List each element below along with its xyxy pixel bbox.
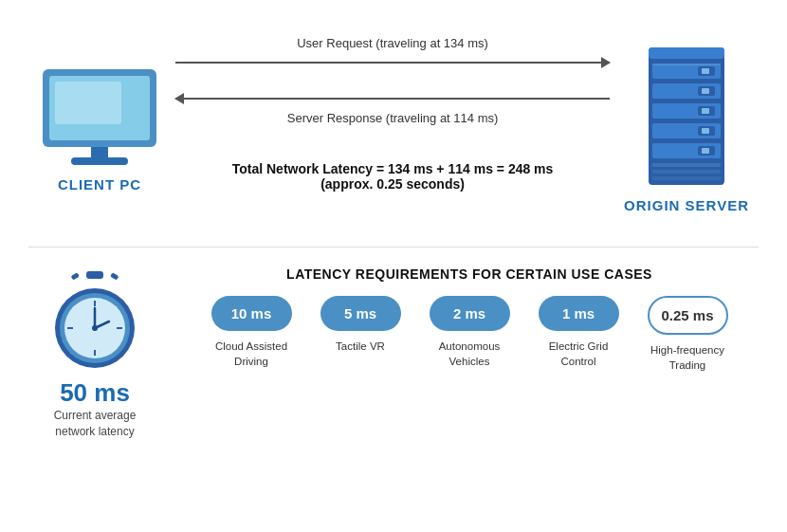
svg-point-38 [92,325,98,331]
svg-rect-16 [702,108,709,114]
use-case-badge: 2 ms [430,296,510,331]
use-case-badge: 0.25 ms [648,296,728,335]
request-arrow [175,62,610,64]
use-case-item: 1 msElectric Grid Control [531,296,626,369]
top-section: CLIENT PC User Request (traveling at 134… [0,0,787,247]
svg-rect-3 [91,147,108,158]
use-case-badge: 1 ms [539,296,619,331]
use-case-item: 2 msAutonomous Vehicles [422,296,517,369]
server-label: ORIGIN SERVER [624,197,749,213]
svg-rect-4 [71,157,128,165]
use-case-badge: 10 ms [211,296,292,331]
svg-rect-6 [649,47,724,59]
client-monitor-icon [38,64,161,169]
client-label: CLIENT PC [58,176,141,193]
use-case-name: Tactile VR [336,339,385,354]
svg-rect-28 [110,272,119,280]
server-icon [639,43,734,190]
stopwatch-ms: 50 ms [60,378,130,408]
request-label: User Request (traveling at 134 ms) [297,36,488,50]
svg-rect-24 [652,170,721,174]
latency-approx: (approx. 0.25 seconds) [232,176,554,192]
latency-formula: Total Network Latency = 134 ms + 114 ms … [232,161,554,176]
svg-rect-27 [71,272,80,280]
use-case-name: Cloud Assisted Driving [204,339,299,369]
requirements-title: LATENCY REQUIREMENTS FOR CERTAIN USE CAS… [286,266,652,282]
svg-rect-10 [702,68,709,74]
svg-rect-22 [702,148,709,154]
svg-rect-23 [652,163,721,167]
use-case-item: 0.25 msHigh-frequency Trading [640,296,735,373]
use-case-badge: 5 ms [320,296,401,331]
svg-rect-26 [86,271,103,279]
svg-rect-13 [702,88,709,94]
svg-rect-8 [652,64,721,65]
bottom-section: 50 ms Current average network latency LA… [0,248,787,449]
use-case-name: High-frequency Trading [640,342,735,373]
svg-rect-2 [55,82,121,124]
stopwatch-icon [43,266,147,371]
use-case-name: Autonomous Vehicles [422,339,517,369]
latency-info: Total Network Latency = 134 ms + 114 ms … [232,161,554,192]
response-arrow [175,98,610,100]
client-side: CLIENT PC [38,64,161,193]
svg-rect-19 [702,128,709,134]
response-label: Server Response (traveling at 114 ms) [287,111,499,125]
stopwatch-desc-line2: network latency [55,424,134,440]
latency-requirements: LATENCY REQUIREMENTS FOR CERTAIN USE CAS… [180,266,759,373]
use-case-item: 5 msTactile VR [313,296,408,354]
response-arrow-row: Server Response (traveling at 114 ms) [175,89,610,128]
use-case-item: 10 msCloud Assisted Driving [204,296,299,369]
stopwatch-side: 50 ms Current average network latency [28,266,161,440]
response-arrow-line [175,89,610,108]
svg-rect-25 [652,176,721,180]
server-side: ORIGIN SERVER [624,43,749,213]
stopwatch-desc-line1: Current average [54,408,137,424]
use-cases-list: 10 msCloud Assisted Driving5 msTactile V… [204,296,735,373]
arrows-section: User Request (traveling at 134 ms) Serve… [161,36,624,192]
request-arrow-line [175,53,610,72]
request-arrow-row: User Request (traveling at 134 ms) [175,36,610,72]
use-case-name: Electric Grid Control [531,339,626,369]
